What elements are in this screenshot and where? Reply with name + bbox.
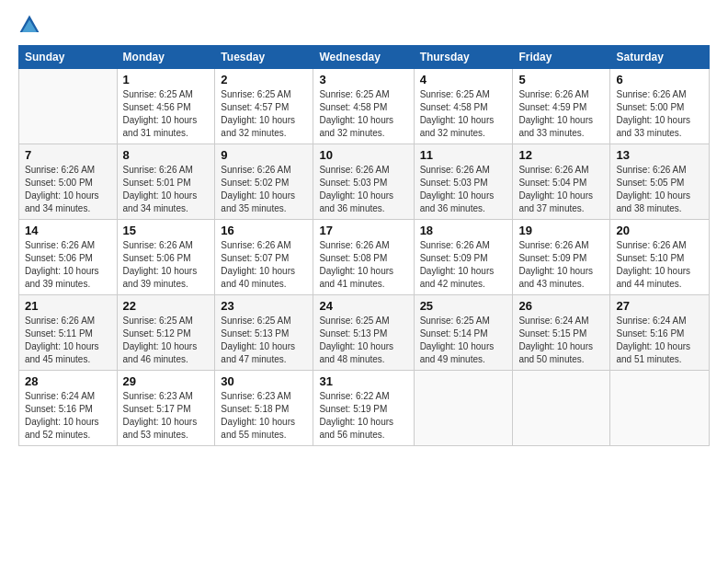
day-cell: 19Sunrise: 6:26 AM Sunset: 5:09 PM Dayli… (513, 220, 610, 295)
day-cell: 29Sunrise: 6:23 AM Sunset: 5:17 PM Dayli… (117, 371, 215, 446)
day-info: Sunrise: 6:26 AM Sunset: 5:00 PM Dayligh… (25, 164, 111, 215)
day-cell: 9Sunrise: 6:26 AM Sunset: 5:02 PM Daylig… (215, 144, 313, 220)
weekday-header-tuesday: Tuesday (215, 46, 313, 69)
day-info: Sunrise: 6:26 AM Sunset: 5:01 PM Dayligh… (123, 164, 210, 215)
day-number: 18 (420, 224, 507, 237)
day-info: Sunrise: 6:26 AM Sunset: 5:06 PM Dayligh… (123, 239, 210, 291)
header (18, 14, 710, 36)
day-cell: 4Sunrise: 6:25 AM Sunset: 4:58 PM Daylig… (414, 69, 513, 144)
day-info: Sunrise: 6:24 AM Sunset: 5:16 PM Dayligh… (616, 315, 703, 366)
day-info: Sunrise: 6:25 AM Sunset: 4:58 PM Dayligh… (420, 88, 507, 140)
day-number: 30 (221, 374, 307, 388)
day-cell (513, 371, 610, 446)
day-number: 3 (319, 73, 407, 86)
day-cell: 18Sunrise: 6:26 AM Sunset: 5:09 PM Dayli… (414, 220, 513, 295)
day-info: Sunrise: 6:25 AM Sunset: 4:57 PM Dayligh… (221, 88, 307, 140)
day-cell: 15Sunrise: 6:26 AM Sunset: 5:06 PM Dayli… (117, 220, 215, 295)
day-number: 1 (123, 73, 210, 86)
day-number: 11 (420, 148, 507, 162)
day-info: Sunrise: 6:25 AM Sunset: 4:56 PM Dayligh… (123, 88, 210, 140)
day-cell: 20Sunrise: 6:26 AM Sunset: 5:10 PM Dayli… (610, 220, 710, 295)
day-cell (414, 371, 513, 446)
day-number: 7 (25, 148, 111, 162)
day-info: Sunrise: 6:26 AM Sunset: 5:06 PM Dayligh… (25, 239, 111, 291)
day-cell: 8Sunrise: 6:26 AM Sunset: 5:01 PM Daylig… (117, 144, 215, 220)
weekday-header-wednesday: Wednesday (313, 46, 414, 69)
day-cell: 28Sunrise: 6:24 AM Sunset: 5:16 PM Dayli… (19, 371, 118, 446)
day-info: Sunrise: 6:26 AM Sunset: 5:07 PM Dayligh… (221, 239, 307, 291)
day-info: Sunrise: 6:26 AM Sunset: 5:10 PM Dayligh… (616, 239, 703, 291)
day-cell: 21Sunrise: 6:26 AM Sunset: 5:11 PM Dayli… (19, 295, 118, 371)
day-info: Sunrise: 6:26 AM Sunset: 5:11 PM Dayligh… (25, 315, 111, 366)
week-row-3: 14Sunrise: 6:26 AM Sunset: 5:06 PM Dayli… (19, 220, 710, 295)
day-info: Sunrise: 6:26 AM Sunset: 5:03 PM Dayligh… (319, 164, 407, 215)
day-number: 23 (221, 299, 307, 313)
day-number: 10 (319, 148, 407, 162)
day-cell: 23Sunrise: 6:25 AM Sunset: 5:13 PM Dayli… (215, 295, 313, 371)
day-cell: 1Sunrise: 6:25 AM Sunset: 4:56 PM Daylig… (117, 69, 215, 144)
day-cell: 24Sunrise: 6:25 AM Sunset: 5:13 PM Dayli… (313, 295, 414, 371)
day-info: Sunrise: 6:25 AM Sunset: 5:13 PM Dayligh… (319, 315, 407, 366)
day-number: 19 (518, 224, 604, 237)
day-number: 9 (221, 148, 307, 162)
week-row-1: 1Sunrise: 6:25 AM Sunset: 4:56 PM Daylig… (19, 69, 710, 144)
day-info: Sunrise: 6:25 AM Sunset: 5:13 PM Dayligh… (221, 315, 307, 366)
day-number: 12 (518, 148, 604, 162)
week-row-4: 21Sunrise: 6:26 AM Sunset: 5:11 PM Dayli… (19, 295, 710, 371)
day-cell: 13Sunrise: 6:26 AM Sunset: 5:05 PM Dayli… (610, 144, 710, 220)
day-cell (610, 371, 710, 446)
calendar-table: SundayMondayTuesdayWednesdayThursdayFrid… (18, 45, 710, 446)
day-number: 27 (616, 299, 703, 313)
header-row: SundayMondayTuesdayWednesdayThursdayFrid… (19, 46, 710, 69)
logo-icon (18, 14, 40, 36)
day-number: 20 (616, 224, 703, 237)
weekday-header-monday: Monday (117, 46, 215, 69)
day-cell: 14Sunrise: 6:26 AM Sunset: 5:06 PM Dayli… (19, 220, 118, 295)
day-cell: 5Sunrise: 6:26 AM Sunset: 4:59 PM Daylig… (513, 69, 610, 144)
day-cell: 22Sunrise: 6:25 AM Sunset: 5:12 PM Dayli… (117, 295, 215, 371)
day-number: 14 (25, 224, 111, 237)
day-cell: 11Sunrise: 6:26 AM Sunset: 5:03 PM Dayli… (414, 144, 513, 220)
day-info: Sunrise: 6:23 AM Sunset: 5:18 PM Dayligh… (221, 390, 307, 442)
day-number: 21 (25, 299, 111, 313)
day-cell: 10Sunrise: 6:26 AM Sunset: 5:03 PM Dayli… (313, 144, 414, 220)
day-number: 31 (319, 374, 407, 388)
day-number: 5 (518, 73, 604, 86)
day-info: Sunrise: 6:26 AM Sunset: 5:05 PM Dayligh… (616, 164, 703, 215)
weekday-header-thursday: Thursday (414, 46, 513, 69)
day-info: Sunrise: 6:26 AM Sunset: 5:08 PM Dayligh… (319, 239, 407, 291)
page: SundayMondayTuesdayWednesdayThursdayFrid… (0, 0, 728, 563)
day-number: 28 (25, 374, 111, 388)
day-cell: 7Sunrise: 6:26 AM Sunset: 5:00 PM Daylig… (19, 144, 118, 220)
day-info: Sunrise: 6:26 AM Sunset: 5:02 PM Dayligh… (221, 164, 307, 215)
day-number: 24 (319, 299, 407, 313)
day-info: Sunrise: 6:24 AM Sunset: 5:16 PM Dayligh… (25, 390, 111, 442)
day-number: 15 (123, 224, 210, 237)
day-info: Sunrise: 6:26 AM Sunset: 5:04 PM Dayligh… (518, 164, 604, 215)
day-number: 13 (616, 148, 703, 162)
day-number: 6 (616, 73, 703, 86)
day-info: Sunrise: 6:26 AM Sunset: 5:09 PM Dayligh… (420, 239, 507, 291)
day-cell (19, 69, 118, 144)
day-info: Sunrise: 6:25 AM Sunset: 5:14 PM Dayligh… (420, 315, 507, 366)
day-cell: 3Sunrise: 6:25 AM Sunset: 4:58 PM Daylig… (313, 69, 414, 144)
day-number: 25 (420, 299, 507, 313)
day-number: 2 (221, 73, 307, 86)
day-info: Sunrise: 6:22 AM Sunset: 5:19 PM Dayligh… (319, 390, 407, 442)
day-number: 4 (420, 73, 507, 86)
day-number: 29 (123, 374, 210, 388)
week-row-2: 7Sunrise: 6:26 AM Sunset: 5:00 PM Daylig… (19, 144, 710, 220)
logo (18, 14, 44, 36)
day-info: Sunrise: 6:25 AM Sunset: 4:58 PM Dayligh… (319, 88, 407, 140)
weekday-header-friday: Friday (513, 46, 610, 69)
day-info: Sunrise: 6:26 AM Sunset: 5:09 PM Dayligh… (518, 239, 604, 291)
day-number: 8 (123, 148, 210, 162)
day-number: 16 (221, 224, 307, 237)
day-cell: 26Sunrise: 6:24 AM Sunset: 5:15 PM Dayli… (513, 295, 610, 371)
day-info: Sunrise: 6:26 AM Sunset: 5:00 PM Dayligh… (616, 88, 703, 140)
day-cell: 27Sunrise: 6:24 AM Sunset: 5:16 PM Dayli… (610, 295, 710, 371)
day-cell: 16Sunrise: 6:26 AM Sunset: 5:07 PM Dayli… (215, 220, 313, 295)
day-cell: 2Sunrise: 6:25 AM Sunset: 4:57 PM Daylig… (215, 69, 313, 144)
day-info: Sunrise: 6:26 AM Sunset: 5:03 PM Dayligh… (420, 164, 507, 215)
day-number: 22 (123, 299, 210, 313)
